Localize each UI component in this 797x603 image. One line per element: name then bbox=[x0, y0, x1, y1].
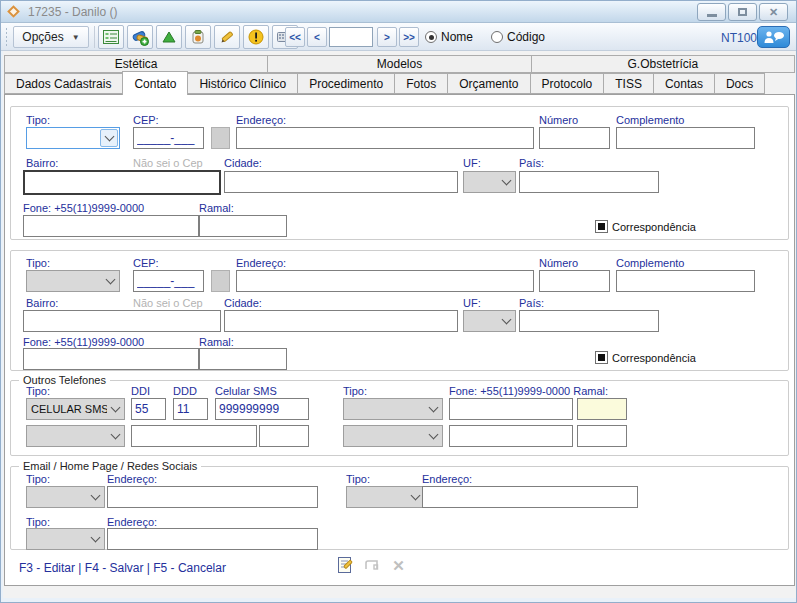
radio-codigo-label: Código bbox=[507, 30, 545, 44]
telefone-ramal-input[interactable] bbox=[577, 398, 627, 420]
chevron-down-icon bbox=[498, 311, 515, 331]
contato-panel: Tipo: CEP: Endereço: Número Complemento … bbox=[4, 94, 795, 586]
email-endereco-input[interactable] bbox=[422, 486, 638, 508]
uf-select[interactable] bbox=[463, 310, 516, 332]
cidade-label: Cidade: bbox=[224, 297, 262, 309]
cep-input[interactable] bbox=[133, 127, 204, 149]
tab-procedimento[interactable]: Procedimento bbox=[297, 73, 394, 94]
address-block-2: Tipo: CEP: Endereço: Número Complemento … bbox=[10, 250, 789, 371]
cidade-input[interactable] bbox=[224, 310, 458, 332]
record-form-button[interactable] bbox=[98, 25, 124, 49]
telefone-ramal-input[interactable] bbox=[259, 425, 309, 447]
tab-dados-cadastrais[interactable]: Dados Cadastrais bbox=[4, 73, 122, 94]
record-search-input[interactable] bbox=[329, 27, 373, 47]
ddi-input[interactable] bbox=[131, 398, 166, 420]
telefone-tipo-value: CELULAR SMS bbox=[27, 403, 107, 415]
tab-contato[interactable]: Contato bbox=[122, 71, 188, 95]
tipo-label: Tipo: bbox=[26, 114, 50, 126]
chart-button[interactable] bbox=[156, 25, 182, 49]
telefone-tipo-select[interactable]: CELULAR SMS bbox=[26, 398, 125, 420]
tab-contas[interactable]: Contas bbox=[653, 73, 714, 94]
endereco-input[interactable] bbox=[236, 127, 534, 149]
nav-prev-button[interactable]: < bbox=[307, 27, 327, 47]
telefone-tipo-select[interactable] bbox=[343, 398, 443, 420]
alert-button[interactable] bbox=[243, 25, 269, 49]
chevron-down-icon bbox=[425, 426, 442, 446]
complemento-input[interactable] bbox=[616, 270, 755, 292]
email-tipo-select[interactable] bbox=[26, 528, 105, 550]
radio-nome-label: Nome bbox=[441, 30, 473, 44]
cep-search-button[interactable] bbox=[211, 270, 230, 292]
bairro-input[interactable] bbox=[23, 310, 221, 332]
cep-input[interactable] bbox=[133, 270, 204, 292]
tab-docs[interactable]: Docs bbox=[714, 73, 765, 94]
edit-pencil-button[interactable] bbox=[214, 25, 240, 49]
telefone-tipo-select[interactable] bbox=[26, 425, 125, 447]
radio-codigo[interactable] bbox=[491, 31, 503, 43]
cep-search-button[interactable] bbox=[211, 127, 230, 149]
tab-protocolo[interactable]: Protocolo bbox=[530, 73, 604, 94]
tipo-select[interactable] bbox=[26, 127, 120, 149]
close-button[interactable]: ✕ bbox=[759, 3, 788, 21]
pais-label: País: bbox=[519, 157, 544, 169]
endereco-input[interactable] bbox=[236, 270, 534, 292]
uf-select[interactable] bbox=[463, 171, 516, 193]
correspondencia-checkbox[interactable] bbox=[595, 351, 608, 364]
add-medication-icon bbox=[131, 28, 149, 46]
ramal-input[interactable] bbox=[199, 348, 287, 370]
email-endereco-input[interactable] bbox=[107, 528, 318, 550]
tipo-select[interactable] bbox=[26, 270, 120, 292]
radio-dot bbox=[429, 35, 434, 40]
bairro-label: Bairro: bbox=[26, 157, 58, 169]
function-key-shortcuts: F3 - Editar | F4 - Salvar | F5 - Cancela… bbox=[19, 561, 226, 575]
telefone-tipo-select[interactable] bbox=[343, 425, 443, 447]
pais-input[interactable] bbox=[519, 310, 659, 332]
tab-modelos[interactable]: Modelos bbox=[267, 55, 530, 73]
nav-first-button[interactable]: << bbox=[285, 27, 305, 47]
tipo-label: Tipo: bbox=[26, 516, 50, 528]
correspondencia-checkbox[interactable] bbox=[595, 220, 608, 233]
chat-button[interactable] bbox=[757, 26, 790, 48]
fone-input[interactable] bbox=[23, 348, 199, 370]
radio-nome[interactable] bbox=[425, 31, 437, 43]
telefone-ramal-input[interactable] bbox=[577, 425, 627, 447]
telefone-fone-input[interactable] bbox=[449, 425, 573, 447]
email-tipo-select[interactable] bbox=[26, 486, 105, 508]
minimize-button[interactable] bbox=[697, 3, 726, 21]
fone-ramal-label: Fone: +55(11)9999-0000 Ramal: bbox=[449, 385, 608, 397]
fone-input[interactable] bbox=[23, 215, 199, 237]
save-button[interactable] bbox=[362, 555, 383, 576]
delete-button[interactable]: ✕ bbox=[388, 555, 409, 576]
tab-orcamento[interactable]: Orçamento bbox=[447, 73, 529, 94]
complemento-input[interactable] bbox=[616, 127, 755, 149]
tab-historico-clinico[interactable]: Histórico Clínico bbox=[188, 73, 297, 94]
ramal-input[interactable] bbox=[199, 215, 287, 237]
telefone-fone-input[interactable] bbox=[449, 398, 573, 420]
toolbar-separator bbox=[94, 26, 95, 48]
tipo-label: Tipo: bbox=[26, 473, 50, 485]
chevron-down-icon bbox=[100, 129, 118, 147]
toolbar-grip[interactable] bbox=[5, 27, 8, 47]
pais-input[interactable] bbox=[519, 171, 659, 193]
edit-note-button[interactable] bbox=[335, 555, 356, 576]
nav-last-button[interactable]: >> bbox=[399, 27, 419, 47]
numero-input[interactable] bbox=[539, 127, 610, 149]
celular-sms-input[interactable] bbox=[215, 398, 309, 420]
maximize-button[interactable] bbox=[728, 3, 757, 21]
nav-next-button[interactable]: > bbox=[377, 27, 397, 47]
outros-telefones-group: Outros Telefones Tipo: DDI DDD Celular S… bbox=[10, 380, 789, 456]
tab-gobstetricia[interactable]: G.Obstetrícia bbox=[531, 55, 795, 73]
add-medication-button[interactable] bbox=[127, 25, 153, 49]
tab-fotos[interactable]: Fotos bbox=[394, 73, 447, 94]
prescription-button[interactable] bbox=[185, 25, 211, 49]
main-area: Estética Modelos G.Obstetrícia Dados Cad… bbox=[3, 51, 796, 598]
bairro-input[interactable] bbox=[23, 170, 221, 195]
tab-tiss[interactable]: TISS bbox=[603, 73, 653, 94]
email-tipo-select[interactable] bbox=[346, 486, 425, 508]
cidade-input[interactable] bbox=[224, 171, 458, 193]
numero-input[interactable] bbox=[539, 270, 610, 292]
telefone-fone-input[interactable] bbox=[131, 425, 257, 447]
email-endereco-input[interactable] bbox=[107, 486, 318, 508]
options-button[interactable]: Opções ▼ bbox=[13, 26, 89, 48]
ddd-input[interactable] bbox=[173, 398, 208, 420]
